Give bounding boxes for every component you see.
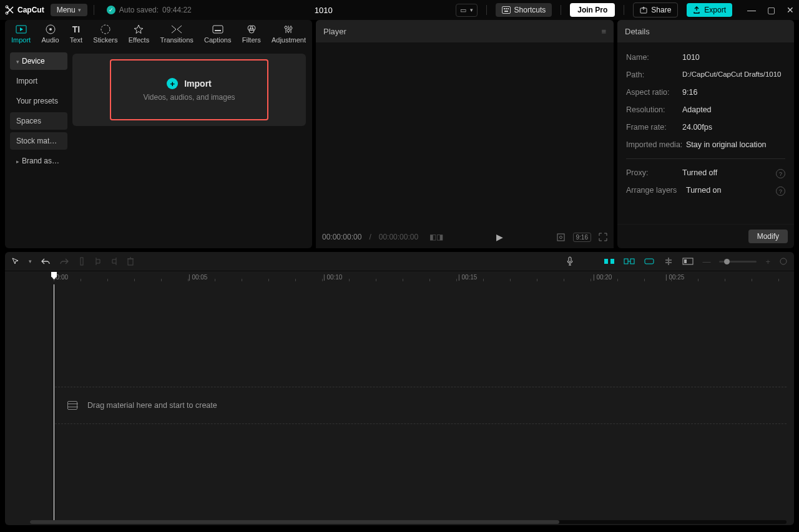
svg-point-11	[101, 25, 110, 34]
thumbnail-icon[interactable]	[682, 258, 694, 265]
shortcuts-button[interactable]: Shortcuts	[496, 3, 552, 17]
autosave-status: ✓ Auto saved: 09:44:22	[107, 6, 192, 14]
tab-audio[interactable]: Audio	[39, 22, 61, 45]
chevron-down-icon[interactable]: ▾	[29, 258, 32, 264]
timeline-ruler[interactable]: 00:00 | 00:05 | 00:10 | 00:15 | 00:20 | …	[5, 271, 794, 284]
sidebar-item-brand[interactable]: ▸Brand assets	[10, 152, 67, 170]
tab-effects[interactable]: Effects	[126, 22, 152, 45]
svg-rect-23	[128, 259, 133, 265]
modify-button[interactable]: Modify	[748, 230, 788, 243]
join-pro-button[interactable]: Join Pro	[570, 3, 615, 17]
film-icon	[67, 401, 77, 410]
titlebar: CapCut Menu ▾ ✓ Auto saved: 09:44:22 101…	[0, 0, 799, 20]
zoom-out-icon[interactable]: —	[702, 257, 710, 266]
svg-rect-13	[215, 30, 221, 31]
svg-rect-3	[504, 8, 505, 9]
timeline-left-tools: ▾	[11, 257, 134, 266]
timeline-drop-zone[interactable]: Drag material here and start to create	[55, 387, 787, 424]
timeline-toolbar: ▾ — +	[5, 252, 794, 271]
chevron-down-icon: ▾	[78, 7, 81, 13]
maximize-button[interactable]: ▢	[767, 5, 775, 15]
svg-rect-20	[557, 234, 564, 241]
menu-button[interactable]: Menu ▾	[51, 4, 87, 16]
close-button[interactable]: ✕	[787, 5, 794, 15]
window-controls: — ▢ ✕	[747, 5, 794, 15]
tab-text[interactable]: TI Text	[67, 22, 85, 45]
sidebar-item-device[interactable]: ▾Device	[10, 52, 67, 70]
svg-rect-28	[630, 259, 634, 264]
fullscreen-icon[interactable]	[599, 233, 607, 241]
svg-rect-24	[569, 257, 571, 262]
separator	[624, 5, 624, 15]
align-icon[interactable]	[664, 257, 674, 266]
adjustment-icon	[283, 24, 294, 35]
ratio-badge[interactable]: 9:16	[573, 233, 591, 242]
horizontal-scrollbar[interactable]	[30, 520, 787, 524]
tab-captions[interactable]: Captions	[202, 22, 233, 45]
svg-rect-29	[645, 259, 654, 264]
detail-aspect: Aspect ratio:9:16	[626, 84, 785, 101]
import-dropzone[interactable]: + Import Videos, audios, and images	[110, 59, 268, 120]
delete-tool[interactable]	[127, 257, 134, 266]
svg-rect-25	[604, 259, 608, 264]
app-logo: CapCut	[5, 5, 44, 15]
ruler-tick: | 00:20	[593, 274, 612, 281]
compare-icon[interactable]: ◧◨	[429, 233, 443, 241]
trim-right-tool[interactable]	[110, 257, 118, 266]
filters-icon	[246, 24, 257, 35]
link-toggle[interactable]	[624, 258, 635, 265]
snap-toggle[interactable]	[604, 258, 615, 265]
tab-import[interactable]: Import	[9, 22, 33, 45]
svg-point-32	[780, 258, 787, 264]
focus-icon[interactable]	[556, 233, 566, 242]
export-icon	[693, 6, 700, 14]
caret-right-icon: ▸	[16, 158, 19, 165]
ratio-dropdown[interactable]: ▭ ▾	[456, 4, 478, 17]
undo-button[interactable]	[41, 257, 51, 266]
export-button[interactable]: Export	[687, 3, 732, 17]
ruler-tick: | 00:15	[458, 274, 477, 281]
sidebar-item-spaces[interactable]: Spaces	[10, 112, 67, 130]
sidebar-item-stock[interactable]: Stock mater...	[10, 132, 67, 150]
rectangle-icon: ▭	[460, 6, 466, 14]
detail-path: Path:D:/CapCut/CapCut Drafts/1010	[626, 66, 785, 84]
detail-resolution: Resolution:Adapted	[626, 101, 785, 118]
separator	[626, 158, 785, 159]
share-button[interactable]: Share	[633, 2, 678, 17]
keyboard-icon	[502, 6, 511, 14]
play-area: ▶	[451, 232, 548, 242]
media-tabs: Import Audio TI Text Stickers Effects Tr…	[5, 20, 312, 47]
minimize-button[interactable]: —	[747, 5, 756, 15]
player-right-controls: 9:16	[556, 233, 607, 242]
zoom-fit-icon[interactable]	[779, 257, 788, 266]
import-title: Import	[184, 79, 212, 89]
import-card: + Import Videos, audios, and images	[72, 54, 306, 126]
separator	[486, 5, 487, 15]
tab-transitions[interactable]: Transitions	[157, 22, 195, 45]
redo-button[interactable]	[59, 257, 69, 266]
mic-icon[interactable]	[566, 256, 574, 266]
details-title: Details	[625, 27, 650, 36]
split-tool[interactable]	[78, 257, 86, 266]
sidebar-item-import[interactable]: Import	[10, 72, 67, 90]
trim-left-tool[interactable]	[94, 257, 102, 266]
timeline-body[interactable]: Drag material here and start to create	[5, 284, 794, 525]
tab-adjustment[interactable]: Adjustment	[269, 22, 308, 45]
playhead[interactable]	[54, 284, 54, 520]
drop-hint: Drag material here and start to create	[87, 401, 217, 410]
svg-rect-2	[502, 7, 510, 14]
preview-toggle[interactable]	[644, 258, 655, 265]
tab-stickers[interactable]: Stickers	[91, 22, 120, 45]
pointer-tool[interactable]	[11, 257, 20, 266]
effects-icon	[133, 24, 144, 35]
zoom-in-icon[interactable]: +	[765, 257, 770, 266]
zoom-slider[interactable]	[719, 261, 757, 263]
detail-name: Name:1010	[626, 49, 785, 66]
tab-filters[interactable]: Filters	[240, 22, 263, 45]
play-button[interactable]: ▶	[496, 232, 503, 242]
project-title: 1010	[198, 6, 449, 15]
menu-icon[interactable]: ≡	[601, 27, 606, 36]
sidebar-item-presets[interactable]: Your presets	[10, 92, 67, 110]
svg-rect-5	[507, 8, 509, 9]
stickers-icon	[100, 24, 111, 35]
